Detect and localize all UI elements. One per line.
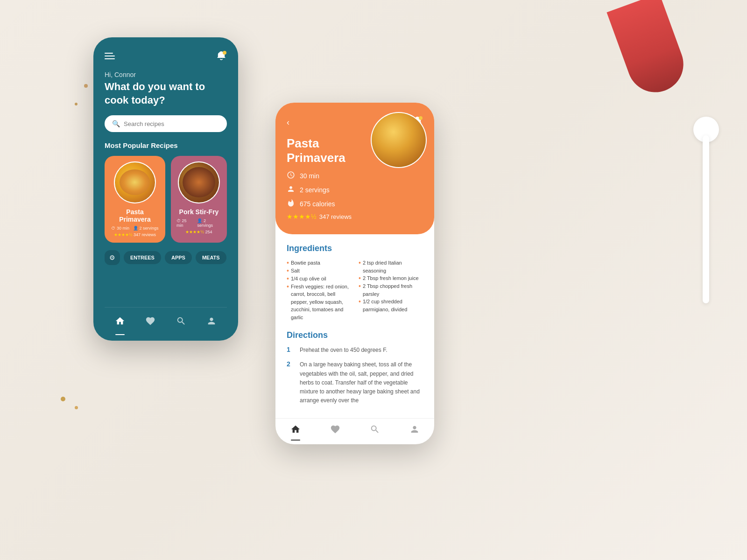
direction-step-2: 2 On a large heavy baking sheet, toss al… — [287, 360, 423, 405]
stirfry-time: ⏱ 25 min — [176, 218, 193, 228]
pasta-meta: ⏱ 30 min 👤 2 servings — [110, 226, 160, 231]
ingredients-grid: Bowtie pasta Salt 1/4 cup olive oil Fres… — [287, 259, 423, 321]
recipe-detail-image — [371, 112, 427, 168]
back-button[interactable]: ‹ — [287, 118, 289, 127]
pasta-time: ⏱ 30 min — [111, 226, 129, 231]
calories-value: 675 calories — [300, 200, 335, 208]
pasta-name: Pasta Primavera — [110, 208, 160, 223]
filter-meats[interactable]: MEATS — [196, 251, 226, 264]
servings-icon — [287, 185, 295, 195]
detail-nav-home[interactable] — [290, 424, 301, 437]
menu-icon[interactable] — [105, 53, 115, 59]
stat-servings: 2 servings — [287, 185, 423, 195]
pasta-servings: 👤 2 servings — [133, 226, 159, 231]
detail-bottom-nav — [275, 418, 434, 444]
step-text-2: On a large heavy baking sheet, toss all … — [300, 360, 423, 405]
nav-profile-icon[interactable] — [204, 313, 219, 331]
detail-stars: ★★★★½ — [287, 213, 317, 220]
ingredient-item: Bowtie pasta — [287, 259, 351, 267]
filter-icon-button[interactable]: ⚙ — [105, 250, 120, 265]
popular-recipes-title: Most Popular Recipes — [105, 141, 227, 149]
recipe-card-stirfry[interactable]: Pork Stir-Fry ⏱ 25 min 👤 2 servings ★★★★… — [171, 156, 227, 243]
step-number-2: 2 — [287, 360, 294, 368]
pasta-image — [114, 161, 156, 203]
ingredient-item: 2 Tbsp chopped fresh parsley — [359, 282, 423, 298]
nav-home-icon[interactable] — [112, 313, 128, 331]
ingredients-title: Ingredients — [287, 244, 423, 253]
stirfry-servings: 👤 2 servings — [197, 218, 221, 228]
stat-time: 30 min — [287, 171, 423, 181]
ingredient-item: 2 tsp dried Italian seasoning — [359, 259, 423, 274]
ingredient-item: 1/4 cup olive oil — [287, 275, 351, 283]
detail-header: ‹ Pasta Primavera — [275, 103, 434, 234]
stirfry-name: Pork Stir-Fry — [176, 208, 221, 216]
stat-calories: 675 calories — [287, 199, 423, 209]
phone-home-screen: Hi, Connor What do you want to cook toda… — [93, 37, 238, 341]
detail-nav-profile[interactable] — [409, 424, 420, 437]
main-question: What do you want to cook today? — [105, 80, 227, 107]
clock-icon — [287, 171, 295, 181]
stirfry-image — [178, 161, 220, 203]
ingredients-col1: Bowtie pasta Salt 1/4 cup olive oil Fres… — [287, 259, 351, 321]
ingredients-col2: 2 tsp dried Italian seasoning 2 Tbsp fre… — [359, 259, 423, 321]
detail-nav-search[interactable] — [370, 424, 380, 437]
servings-value: 2 servings — [300, 186, 330, 194]
direction-step-1: 1 Preheat the oven to 450 degrees F. — [287, 346, 423, 355]
detail-review-count: 347 reviews — [319, 213, 352, 220]
search-icon: 🔍 — [112, 120, 120, 127]
home-bottom-nav — [105, 307, 227, 331]
ingredient-item: 2 Tbsp fresh lemon juice — [359, 274, 423, 282]
step-number-1: 1 — [287, 346, 294, 353]
nav-favorites-icon[interactable] — [142, 313, 158, 331]
notification-icon[interactable] — [216, 50, 227, 62]
stirfry-rating: ★★★★½ 254 — [176, 230, 221, 234]
step-text-1: Preheat the oven to 450 degrees F. — [300, 346, 387, 355]
directions-list: 1 Preheat the oven to 450 degrees F. 2 O… — [287, 346, 423, 405]
filter-row: ⚙ ENTREES APPS MEATS VEGAN SALADS — [105, 250, 227, 265]
recipe-stats: 30 min 2 servings 675 calories ★★ — [287, 171, 423, 220]
stirfry-meta: ⏱ 25 min 👤 2 servings — [176, 218, 221, 228]
recipe-cards-row: Pasta Primavera ⏱ 30 min 👤 2 servings ★★… — [105, 156, 227, 243]
ingredient-item: 1/2 cup shredded parmigiano, divided — [359, 298, 423, 313]
phone-detail-screen: ‹ Pasta Primavera — [275, 103, 434, 444]
ingredient-item: Salt — [287, 267, 351, 275]
calories-icon — [287, 199, 295, 209]
detail-nav-favorites[interactable] — [330, 424, 340, 437]
greeting-text: Hi, Connor — [105, 71, 227, 78]
nav-search-icon[interactable] — [173, 313, 189, 331]
svg-point-0 — [223, 51, 226, 55]
detail-content: Ingredients Bowtie pasta Salt 1/4 cup ol… — [275, 234, 434, 414]
search-input[interactable] — [124, 120, 219, 127]
filter-entrees[interactable]: ENTREES — [124, 251, 161, 264]
svg-point-1 — [419, 116, 423, 120]
recipe-detail-title: Pasta Primavera — [287, 136, 361, 165]
pasta-rating: ★★★★½ 347 reviews — [110, 232, 160, 237]
ingredient-item: Fresh veggies: red onion, carrot, brocco… — [287, 283, 351, 322]
directions-title: Directions — [287, 330, 423, 340]
recipe-card-pasta[interactable]: Pasta Primavera ⏱ 30 min 👤 2 servings ★★… — [105, 156, 165, 243]
rating-row: ★★★★½ 347 reviews — [287, 213, 423, 220]
time-value: 30 min — [300, 172, 319, 180]
filter-apps[interactable]: APPS — [165, 251, 192, 264]
search-bar[interactable]: 🔍 — [105, 115, 227, 132]
home-header — [105, 50, 227, 62]
